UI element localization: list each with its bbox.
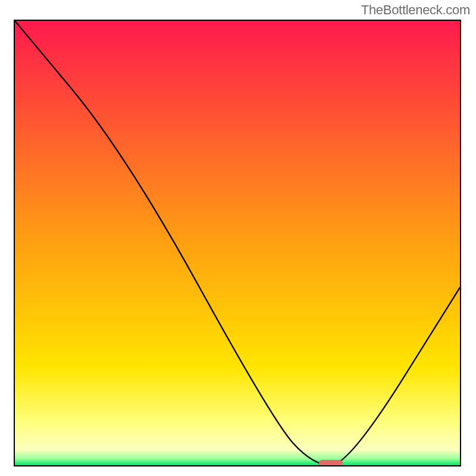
svg-rect-1 [319, 460, 343, 465]
bottleneck-curve [15, 21, 460, 465]
chart-curve-layer [15, 21, 460, 465]
optimal-marker [319, 460, 343, 465]
chart-plot-area [14, 20, 461, 466]
attribution-text: TheBottleneck.com [361, 2, 470, 18]
